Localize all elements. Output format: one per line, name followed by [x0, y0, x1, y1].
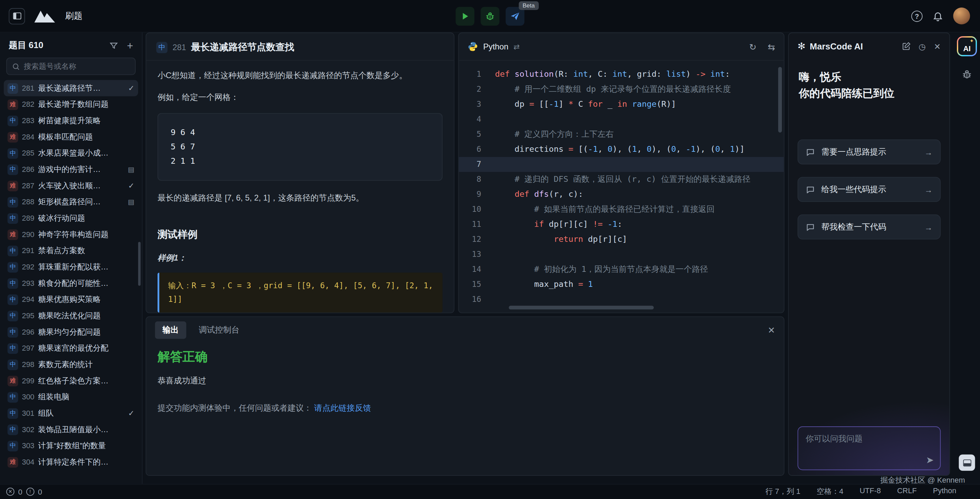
ai-suggestion-card[interactable]: 帮我检查一下代码→ — [797, 215, 941, 239]
debug-tool-icon[interactable] — [961, 69, 972, 80]
language-mode[interactable]: Python — [933, 486, 956, 497]
code-line[interactable]: 5 # 定义四个方向：上下左右 — [459, 127, 784, 142]
add-problem-icon[interactable]: + — [127, 40, 133, 51]
code-line[interactable]: 16 — [459, 292, 784, 307]
problem-list-item[interactable]: 中281最长递减路径节…✓ — [4, 80, 138, 97]
sidebar-scrollbar[interactable] — [138, 242, 140, 285]
close-icon[interactable]: ✕ — [934, 41, 941, 51]
notifications-icon[interactable] — [932, 11, 943, 21]
line-number: 11 — [459, 217, 495, 232]
problem-list-item[interactable]: 难284模板串匹配问题 — [4, 129, 138, 145]
search-input[interactable] — [24, 62, 130, 70]
code-line[interactable]: 6 directions = [(-1, 0), (1, 0), (0, -1)… — [459, 142, 784, 157]
editor-code[interactable]: 1def solution(R: int, C: int, grid: list… — [459, 61, 784, 307]
problem-list-item[interactable]: 难304计算特定条件下的… — [4, 454, 138, 470]
send-icon[interactable]: ➤ — [926, 455, 934, 466]
problem-list-item[interactable]: 中302装饰品丑陋值最小… — [4, 421, 138, 438]
output-tab[interactable]: 调试控制台 — [191, 321, 247, 339]
problem-list-item[interactable]: 中294糖果优惠购买策略 — [4, 291, 138, 308]
code-text: directions = [(-1, 0), (1, 0), (0, -1), … — [495, 142, 784, 157]
problem-list-item[interactable]: 难282最长递增子数组问题 — [4, 96, 138, 113]
problem-list-item[interactable]: 中301组队✓ — [4, 405, 138, 422]
line-number: 13 — [459, 247, 495, 262]
difficulty-badge: 中 — [8, 424, 18, 435]
code-line[interactable]: 3 dp = [[-1] * C for _ in range(R)] — [459, 97, 784, 112]
problem-id: 297 — [22, 344, 35, 353]
line-number: 2 — [459, 82, 495, 97]
code-line[interactable]: 9 def dfs(r, c): — [459, 187, 784, 202]
problem-intro: 小C想知道，经过这种规则能找到的最长递减路径的节点个数是多少。 — [158, 69, 442, 82]
problem-list-item[interactable]: 中291禁着点方案数 — [4, 242, 138, 259]
path-note: 最长的递减路径是 [7, 6, 5, 2, 1]，这条路径的节点数为5。 — [158, 192, 442, 205]
problem-list-item[interactable]: 难287火车驶入驶出顺…✓ — [4, 178, 138, 194]
code-line[interactable]: 12 return dp[r][c] — [459, 232, 784, 247]
suggestion-label: 帮我检查一下代码 — [821, 222, 918, 233]
help-icon[interactable]: ? — [912, 10, 923, 21]
cursor-position[interactable]: 行 7，列 1 — [765, 486, 801, 497]
run-button[interactable] — [455, 6, 474, 25]
reset-code-icon[interactable]: ↻ — [749, 41, 757, 51]
problems-indicator[interactable]: ✕ 0 ! 0 — [6, 488, 42, 496]
code-text: # 定义四个方向：上下左右 — [495, 127, 784, 142]
problem-list-item[interactable]: 中293粮食分配的可能性… — [4, 275, 138, 292]
problem-list-item[interactable]: 难290神奇字符串构造问题 — [4, 226, 138, 243]
indentation[interactable]: 空格：4 — [817, 486, 843, 497]
code-line[interactable]: 13 — [459, 247, 784, 262]
suggestion-label: 需要一点思路提示 — [821, 146, 918, 158]
code-line[interactable]: 11 if dp[r][c] != -1: — [459, 217, 784, 232]
ai-suggestion-card[interactable]: 需要一点思路提示→ — [797, 140, 941, 164]
format-code-icon[interactable]: ⇆ — [768, 41, 775, 51]
problem-list-item[interactable]: 中303计算“好数组”的数量 — [4, 438, 138, 454]
ai-input-placeholder: 你可以问我问题 — [806, 433, 932, 445]
search-box[interactable] — [6, 57, 135, 75]
filter-icon[interactable] — [110, 41, 118, 50]
debug-button[interactable] — [481, 6, 500, 25]
problem-list-item[interactable]: 中298素数元素的统计 — [4, 356, 138, 373]
feedback-link[interactable]: 请点此链接反馈 — [314, 403, 371, 412]
ai-input[interactable]: 你可以问我问题 ➤ — [797, 426, 941, 470]
problem-list-item[interactable]: 中297糖果迷宫的最优分配 — [4, 340, 138, 356]
ai-suggestions: 需要一点思路提示→给我一些代码提示→帮我检查一下代码→ — [797, 140, 941, 239]
sidebar-toggle-button[interactable] — [9, 8, 25, 24]
problem-id: 302 — [22, 425, 35, 434]
code-line[interactable]: 15 max_path = 1 — [459, 277, 784, 292]
ai-suggestion-card[interactable]: 给我一些代码提示→ — [797, 177, 941, 202]
app: 刷题 Beta ? — [0, 0, 980, 499]
problem-title: 火车驶入驶出顺… — [38, 180, 124, 191]
problem-list-item[interactable]: 中295糖果吃法优化问题 — [4, 308, 138, 324]
problem-list-item[interactable]: 难299红色格子染色方案… — [4, 373, 138, 389]
encoding[interactable]: UTF-8 — [860, 486, 881, 497]
problem-list-item[interactable]: 中300组装电脑 — [4, 389, 138, 405]
problem-title: 禁着点方案数 — [38, 245, 134, 256]
code-line[interactable]: 4 — [459, 112, 784, 127]
problem-list-item[interactable]: 中288矩形棋盘路径问…▤ — [4, 194, 138, 210]
code-line[interactable]: 10 # 如果当前节点的最长路径已经计算过，直接返回 — [459, 202, 784, 217]
editor-vertical-scrollbar[interactable] — [778, 67, 782, 132]
history-icon[interactable]: ◷ — [919, 41, 926, 51]
switch-language-icon[interactable]: ⇄ — [514, 42, 520, 51]
ai-assistant-button[interactable]: ✦ AI — [957, 36, 977, 56]
editor-horizontal-scrollbar[interactable] — [509, 306, 654, 309]
problem-title: 计算“好数组”的数量 — [38, 440, 134, 451]
new-chat-icon[interactable] — [902, 42, 911, 51]
close-icon[interactable]: ✕ — [768, 325, 775, 335]
problem-list-item[interactable]: 中289破冰行动问题 — [4, 210, 138, 226]
output-tab[interactable]: 输出 — [155, 321, 186, 339]
code-line[interactable]: 7 — [459, 157, 784, 172]
note-icon: ▤ — [128, 166, 134, 174]
problem-list-item[interactable]: 中292算珠重新分配以获… — [4, 259, 138, 275]
difficulty-badge: 难 — [8, 229, 18, 240]
problem-list-item[interactable]: 中296糖果均匀分配问题 — [4, 324, 138, 340]
code-line[interactable]: 2 # 用一个二维数组 dp 来记录每个位置的最长递减路径长度 — [459, 82, 784, 97]
eol[interactable]: CRLF — [897, 486, 916, 497]
problem-list-item[interactable]: 中285水果店果篮最小成… — [4, 145, 138, 161]
code-line[interactable]: 8 # 递归的 DFS 函数，返回从 (r, c) 位置开始的最长递减路径 — [459, 172, 784, 187]
avatar[interactable] — [953, 8, 970, 24]
code-line[interactable]: 14 # 初始化为 1，因为当前节点本身就是一个路径 — [459, 262, 784, 277]
problem-list-item[interactable]: 中283树苗健康提升策略 — [4, 113, 138, 129]
greeting-line2: 你的代码陪练已到位 — [799, 86, 939, 102]
code-line[interactable]: 1def solution(R: int, C: int, grid: list… — [459, 67, 784, 82]
problem-id: 295 — [22, 311, 35, 320]
toggle-panel-button[interactable] — [959, 455, 975, 471]
problem-list-item[interactable]: 中286游戏中的伤害计…▤ — [4, 161, 138, 178]
